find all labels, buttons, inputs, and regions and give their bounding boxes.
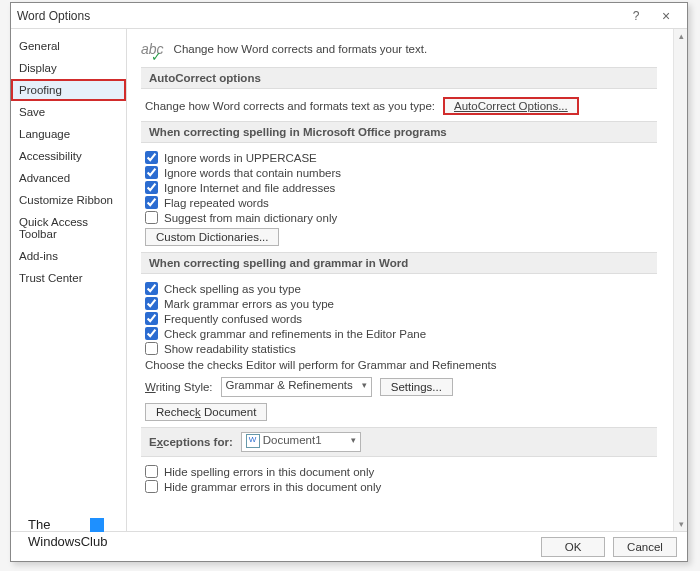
- lbl-check-spelling: Check spelling as you type: [164, 283, 301, 295]
- writing-style-select[interactable]: Grammar & Refinements: [221, 377, 372, 397]
- section-office-header: When correcting spelling in Microsoft Of…: [141, 121, 657, 143]
- section-exceptions-header: Exceptions for: Document1: [141, 427, 657, 457]
- chk-check-spelling[interactable]: [145, 282, 158, 295]
- scroll-down-icon[interactable]: ▾: [676, 519, 686, 529]
- sidebar-item-proofing[interactable]: Proofing: [11, 79, 126, 101]
- lbl-mark-grammar: Mark grammar errors as you type: [164, 298, 334, 310]
- lbl-flag-repeated: Flag repeated words: [164, 197, 269, 209]
- dialog-title: Word Options: [17, 9, 621, 23]
- writing-style-label: Writing Style:: [145, 381, 213, 393]
- lbl-hide-grammar: Hide grammar errors in this document onl…: [164, 481, 381, 493]
- lbl-hide-spelling: Hide spelling errors in this document on…: [164, 466, 374, 478]
- sidebar-item-trust-center[interactable]: Trust Center: [11, 267, 126, 289]
- content: abc Change how Word corrects and formats…: [127, 29, 673, 501]
- lbl-editor-pane: Check grammar and refinements in the Edi…: [164, 328, 426, 340]
- lbl-ignore-numbers: Ignore words that contain numbers: [164, 167, 341, 179]
- sidebar: General Display Proofing Save Language A…: [11, 29, 127, 531]
- exceptions-doc-select[interactable]: Document1: [241, 432, 361, 452]
- autocorrect-options-button[interactable]: AutoCorrect Options...: [443, 97, 579, 115]
- chk-editor-pane[interactable]: [145, 327, 158, 340]
- custom-dictionaries-button[interactable]: Custom Dictionaries...: [145, 228, 279, 246]
- chk-hide-spelling[interactable]: [145, 465, 158, 478]
- main-panel: abc Change how Word corrects and formats…: [127, 29, 687, 531]
- square-icon: [90, 518, 104, 532]
- watermark: The WindowsClub: [28, 517, 107, 549]
- section-word-header: When correcting spelling and grammar in …: [141, 252, 657, 274]
- chk-mark-grammar[interactable]: [145, 297, 158, 310]
- chk-flag-repeated[interactable]: [145, 196, 158, 209]
- autocorrect-line: Change how Word corrects and formats tex…: [145, 100, 435, 112]
- autocorrect-row: Change how Word corrects and formats tex…: [145, 97, 657, 115]
- document-icon: [246, 434, 260, 448]
- recheck-document-button[interactable]: Recheck Document: [145, 403, 267, 421]
- help-button[interactable]: ?: [621, 9, 651, 23]
- sidebar-item-accessibility[interactable]: Accessibility: [11, 145, 126, 167]
- chk-hide-grammar[interactable]: [145, 480, 158, 493]
- lbl-ignore-internet: Ignore Internet and file addresses: [164, 182, 335, 194]
- exceptions-label: Exceptions for:: [149, 436, 233, 448]
- scroll-up-icon[interactable]: ▴: [676, 31, 686, 41]
- scrollbar[interactable]: ▴ ▾: [673, 29, 687, 531]
- lbl-ignore-uppercase: Ignore words in UPPERCASE: [164, 152, 317, 164]
- section-autocorrect-header: AutoCorrect options: [141, 67, 657, 89]
- chk-readability[interactable]: [145, 342, 158, 355]
- intro-row: abc Change how Word corrects and formats…: [141, 41, 657, 57]
- sidebar-item-general[interactable]: General: [11, 35, 126, 57]
- lbl-suggest-main: Suggest from main dictionary only: [164, 212, 337, 224]
- chk-confused-words[interactable]: [145, 312, 158, 325]
- dialog-body: General Display Proofing Save Language A…: [11, 29, 687, 531]
- chk-ignore-numbers[interactable]: [145, 166, 158, 179]
- settings-button[interactable]: Settings...: [380, 378, 453, 396]
- lbl-readability: Show readability statistics: [164, 343, 296, 355]
- titlebar: Word Options ? ×: [11, 3, 687, 29]
- sidebar-item-qat[interactable]: Quick Access Toolbar: [11, 211, 126, 245]
- intro-text: Change how Word corrects and formats you…: [174, 43, 428, 55]
- lbl-confused-words: Frequently confused words: [164, 313, 302, 325]
- sidebar-item-addins[interactable]: Add-ins: [11, 245, 126, 267]
- cancel-button[interactable]: Cancel: [613, 537, 677, 557]
- choose-checks-text: Choose the checks Editor will perform fo…: [145, 359, 497, 371]
- abc-check-icon: abc: [141, 41, 164, 57]
- chk-suggest-main[interactable]: [145, 211, 158, 224]
- chk-ignore-internet[interactable]: [145, 181, 158, 194]
- sidebar-item-advanced[interactable]: Advanced: [11, 167, 126, 189]
- close-button[interactable]: ×: [651, 8, 681, 24]
- ok-button[interactable]: OK: [541, 537, 605, 557]
- sidebar-item-customize-ribbon[interactable]: Customize Ribbon: [11, 189, 126, 211]
- sidebar-item-language[interactable]: Language: [11, 123, 126, 145]
- sidebar-item-display[interactable]: Display: [11, 57, 126, 79]
- word-options-dialog: Word Options ? × General Display Proofin…: [10, 2, 688, 562]
- chk-ignore-uppercase[interactable]: [145, 151, 158, 164]
- dialog-footer: OK Cancel: [11, 531, 687, 561]
- sidebar-item-save[interactable]: Save: [11, 101, 126, 123]
